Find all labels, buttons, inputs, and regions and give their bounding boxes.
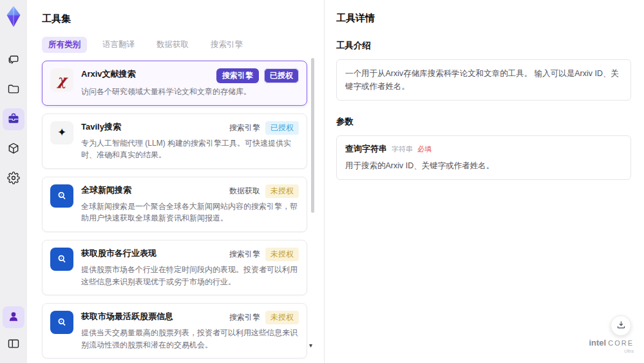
auth-status-badge: 未授权	[265, 311, 299, 324]
scroll-down-icon[interactable]: ▾	[309, 342, 312, 349]
param-required-badge: 必填	[417, 144, 431, 154]
download-button[interactable]	[611, 315, 631, 336]
category-badge: 搜索引擎	[229, 249, 260, 260]
auth-status-badge: 已授权	[265, 121, 299, 135]
app-logo	[5, 5, 23, 28]
sidebar	[0, 0, 27, 363]
toolbox-icon	[7, 112, 20, 127]
intro-heading: 工具介绍	[336, 40, 631, 52]
param-description: 用于搜索的Arxiv ID、关键字或作者姓名。	[345, 159, 622, 172]
category-tab[interactable]: 语言翻译	[96, 37, 141, 53]
sidebar-item-chat[interactable]	[3, 49, 24, 71]
arxiv-icon: χ	[50, 68, 73, 92]
sidebar-bottom	[3, 306, 24, 355]
param-type: 字符串	[392, 144, 413, 154]
tool-list: χ Arxiv文献搜索 搜索引擎 已授权 访问各个研究领域大量科学论文和文章的存…	[42, 61, 307, 363]
tool-description: 访问各个研究领域大量科学论文和文章的存储库。	[81, 86, 299, 98]
details-title: 工具详情	[336, 12, 631, 25]
sidebar-item-models[interactable]	[3, 138, 24, 160]
sidebar-item-tools[interactable]	[3, 108, 24, 130]
sidebar-item-panel-toggle[interactable]	[3, 333, 24, 355]
cube-icon	[7, 142, 20, 157]
category-tabs: 所有类别语言翻译数据获取搜索引擎	[42, 37, 307, 53]
params-heading: 参数	[336, 116, 631, 128]
category-tab[interactable]: 搜索引擎	[204, 37, 249, 53]
tool-description: 全球新闻搜索是一个聚合全球各大新闻网站内容的搜索引擎，帮助用户快速获取全球最新资…	[81, 201, 299, 224]
tavily-icon: ✦	[50, 121, 73, 144]
sidebar-item-settings[interactable]	[3, 168, 24, 190]
tool-name: 获取市场最活跃股票信息	[81, 311, 173, 322]
category-tab[interactable]: 数据获取	[150, 37, 195, 53]
param-header: 查询字符串 字符串 必填	[345, 143, 622, 155]
auth-status-badge: 已授权	[264, 68, 299, 83]
bluesearch-icon	[50, 184, 73, 208]
category-badge: 搜索引擎	[216, 68, 259, 83]
tool-name: 全球新闻搜索	[81, 184, 131, 196]
chat-icon	[7, 53, 20, 68]
tool-description: 提供股票市场各个行业在特定时间段内的表现。投资者可以利用这些信息来识别表现优于或…	[81, 264, 299, 288]
gear-icon	[7, 172, 20, 186]
panel-icon	[7, 337, 20, 352]
bluesearch-icon	[50, 311, 73, 334]
tool-description: 提供当天交易量最高的股票列表，投资者可以利用这些信息来识别流动性强的股票和潜在的…	[81, 327, 299, 351]
sidebar-item-folder[interactable]	[3, 79, 24, 101]
user-icon	[7, 310, 20, 325]
tool-details-panel: 工具详情 工具介绍 一个用于从Arxiv存储库搜索科学论文和文章的工具。 输入可…	[324, 0, 644, 363]
param-name: 查询字符串	[345, 143, 387, 155]
tool-name: Tavily搜索	[81, 121, 121, 133]
tool-card[interactable]: 获取市场最活跃股票信息 搜索引擎 未授权 提供当天交易量最高的股票列表，投资者可…	[42, 303, 307, 358]
tool-name: 获取股市各行业表现	[81, 248, 156, 259]
intro-box: 一个用于从Arxiv存储库搜索科学论文和文章的工具。 输入可以是Arxiv ID…	[336, 59, 631, 101]
intel-core-sub: Ultra	[589, 349, 634, 354]
category-badge: 搜索引擎	[229, 123, 260, 133]
core-wordmark: CORE	[608, 339, 634, 347]
folder-icon	[7, 83, 20, 97]
tool-name: Arxiv文献搜索	[81, 68, 136, 80]
tool-description: 专为人工智能代理 (LLM) 构建的搜索引擎工具。可快速提供实时、准确和真实的结…	[81, 137, 299, 161]
app-root: 工具集 所有类别语言翻译数据获取搜索引擎 χ Arxiv文献搜索 搜索引擎 已授…	[0, 0, 644, 363]
tool-card[interactable]: 获取股市各行业表现 搜索引擎 未授权 提供股票市场各个行业在特定时间段内的表现。…	[42, 240, 307, 295]
category-badge: 数据获取	[229, 186, 260, 197]
sidebar-nav	[3, 49, 24, 190]
auth-status-badge: 未授权	[265, 248, 299, 261]
intel-wordmark: intel	[589, 338, 606, 348]
category-tab[interactable]: 所有类别	[42, 37, 87, 53]
category-badge: 搜索引擎	[229, 312, 260, 323]
bluesearch-icon	[50, 248, 73, 271]
auth-status-badge: 未授权	[265, 184, 299, 198]
intro-text: 一个用于从Arxiv存储库搜索科学论文和文章的工具。 输入可以是Arxiv ID…	[345, 67, 622, 93]
download-icon	[616, 320, 626, 331]
tool-card[interactable]: ✦ Tavily搜索 搜索引擎 已授权 专为人工智能代理 (LLM) 构建的搜索…	[42, 113, 307, 169]
param-box: 查询字符串 字符串 必填 用于搜索的Arxiv ID、关键字或作者姓名。	[336, 135, 631, 180]
scrollbar-thumb[interactable]	[311, 58, 314, 213]
tool-card[interactable]: 全球新闻搜索 数据获取 未授权 全球新闻搜索是一个聚合全球各大新闻网站内容的搜索…	[42, 177, 307, 232]
sidebar-item-user[interactable]	[3, 306, 24, 328]
page-title: 工具集	[42, 13, 307, 25]
tool-card[interactable]: χ Arxiv文献搜索 搜索引擎 已授权 访问各个研究领域大量科学论文和文章的存…	[42, 61, 307, 106]
intel-core-logo: intelCORE Ultra	[589, 337, 634, 354]
toolset-panel: 工具集 所有类别语言翻译数据获取搜索引擎 χ Arxiv文献搜索 搜索引擎 已授…	[27, 0, 324, 363]
